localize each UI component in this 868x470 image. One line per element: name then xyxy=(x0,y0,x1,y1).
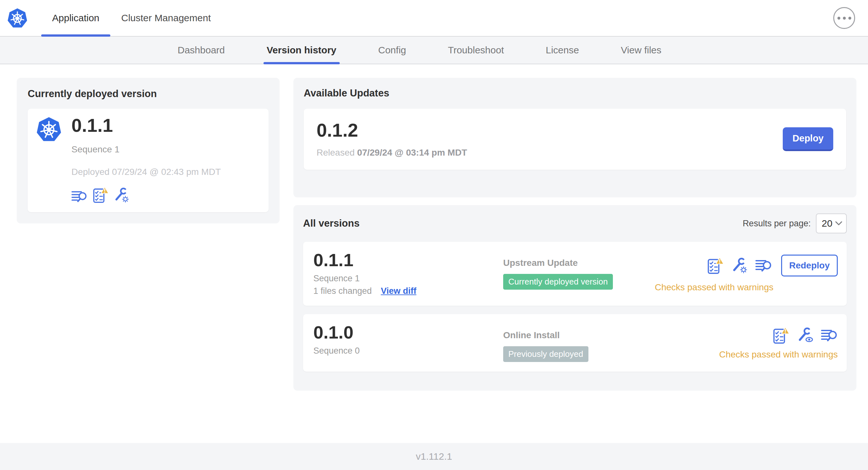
deployed-sequence: Sequence 1 xyxy=(71,144,221,155)
tab-view-files[interactable]: View files xyxy=(621,37,661,64)
deploy-button[interactable]: Deploy xyxy=(783,127,833,151)
update-version-number: 0.1.2 xyxy=(317,121,467,140)
tab-config[interactable]: Config xyxy=(378,37,406,64)
kubernetes-app-icon xyxy=(36,116,62,144)
row-sequence: Sequence 0 xyxy=(313,346,503,356)
app-header: Application Cluster Management xyxy=(0,0,868,37)
version-row-0-1-1: 0.1.1 Sequence 1 1 files changed View di… xyxy=(303,242,847,306)
tab-cluster-management[interactable]: Cluster Management xyxy=(110,0,222,36)
config-wrench-gear-icon[interactable] xyxy=(114,188,129,203)
release-notes-icon[interactable] xyxy=(71,190,88,203)
active-tab-underline xyxy=(41,34,110,37)
currently-deployed-panel: Currently deployed version 0.1.1 Sequenc… xyxy=(17,78,280,224)
deployed-timestamp: Deployed 07/29/24 @ 02:43 pm MDT xyxy=(71,167,221,177)
preflight-checks-warning-icon[interactable] xyxy=(93,187,109,203)
kubernetes-logo xyxy=(7,0,28,36)
tab-application[interactable]: Application xyxy=(41,0,110,36)
redeploy-button[interactable]: Redeploy xyxy=(781,255,838,276)
tab-application-label: Application xyxy=(52,12,99,24)
chevron-down-icon xyxy=(835,221,842,226)
all-versions-panel: All versions Results per page: 20 0.1.1 … xyxy=(293,205,857,391)
currently-deployed-title: Currently deployed version xyxy=(28,88,269,100)
available-updates-panel: Available Updates 0.1.2 Released 07/29/2… xyxy=(293,78,857,197)
status-badge: Previously deployed xyxy=(503,346,588,362)
release-notes-icon[interactable] xyxy=(755,259,772,272)
version-source: Upstream Update xyxy=(503,258,655,268)
config-wrench-eye-icon[interactable] xyxy=(797,327,813,343)
preflight-checks-warning-icon[interactable] xyxy=(707,257,724,274)
row-version-number: 0.1.1 xyxy=(313,251,503,270)
version-source: Online Install xyxy=(503,330,719,340)
files-changed-text: 1 files changed xyxy=(313,286,372,296)
release-notes-icon[interactable] xyxy=(821,329,838,342)
view-diff-link[interactable]: View diff xyxy=(381,286,416,296)
overflow-menu-button[interactable] xyxy=(833,7,855,29)
tab-dashboard[interactable]: Dashboard xyxy=(178,37,225,64)
app-footer: v1.112.1 xyxy=(0,443,868,470)
currently-deployed-card: 0.1.1 Sequence 1 Deployed 07/29/24 @ 02:… xyxy=(28,109,269,212)
tab-troubleshoot[interactable]: Troubleshoot xyxy=(448,37,504,64)
released-timestamp: 07/29/24 @ 03:14 pm MDT xyxy=(357,147,467,158)
config-wrench-gear-icon[interactable] xyxy=(732,258,748,274)
results-per-page-value: 20 xyxy=(822,218,832,229)
preflight-status-text: Checks passed with warnings xyxy=(719,349,838,360)
app-subnav: Dashboard Version history Config Trouble… xyxy=(0,37,868,64)
tab-version-history[interactable]: Version history xyxy=(267,37,337,64)
available-update-card: 0.1.2 Released 07/29/24 @ 03:14 pm MDT D… xyxy=(304,109,846,170)
preflight-status-text: Checks passed with warnings xyxy=(655,282,773,293)
results-per-page-select[interactable]: 20 xyxy=(816,213,847,233)
available-updates-title: Available Updates xyxy=(304,88,846,99)
row-version-number: 0.1.0 xyxy=(313,323,503,342)
all-versions-title: All versions xyxy=(303,217,360,229)
tab-license[interactable]: License xyxy=(546,37,579,64)
released-label: Released xyxy=(317,147,354,158)
top-nav: Application Cluster Management xyxy=(41,0,222,36)
main-content: Currently deployed version 0.1.1 Sequenc… xyxy=(0,64,868,443)
ellipsis-icon xyxy=(837,17,840,20)
deployed-version-number: 0.1.1 xyxy=(71,116,221,135)
results-per-page-label: Results per page: xyxy=(743,219,811,229)
active-subnav-underline xyxy=(264,62,340,64)
console-version: v1.112.1 xyxy=(416,451,452,462)
row-sequence: Sequence 1 xyxy=(313,274,503,283)
admin-console: Application Cluster Management Dashboard… xyxy=(0,0,868,470)
version-row-0-1-0: 0.1.0 Sequence 0 Online Install Previous… xyxy=(303,314,847,372)
status-badge: Currently deployed version xyxy=(503,274,613,290)
preflight-checks-warning-icon[interactable] xyxy=(773,327,789,344)
tab-cluster-management-label: Cluster Management xyxy=(121,12,211,24)
